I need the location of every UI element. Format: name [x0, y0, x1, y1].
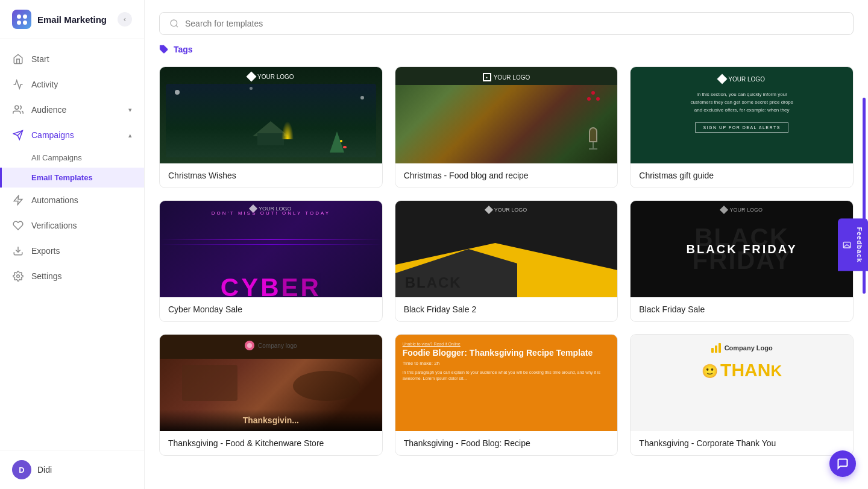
user-name: Didi [37, 465, 52, 475]
template-thumb-thanksgiving-blog: Unable to view? Read it Online Foodie Bl… [395, 335, 618, 431]
sidebar-nav: Start Activity Audience ▾ Campaigns ▴ [0, 39, 144, 450]
sidebar: Email Marketing ‹ Start Activity Audienc… [0, 0, 145, 489]
feedback-mail-icon [843, 241, 851, 249]
sidebar-item-label-settings: Settings [31, 271, 62, 281]
sidebar-subitem-all-campaigns[interactable]: All Campaigns [0, 148, 144, 168]
template-name-black-friday-2: Black Friday Sale 2 [395, 297, 618, 321]
chevron-down-icon: ▾ [128, 106, 132, 114]
template-thumb-thanksgiving-food: Company logo Thanksgivin... [160, 335, 382, 431]
sidebar-item-label-start: Start [31, 54, 49, 64]
feedback-button[interactable]: Feedback [838, 218, 868, 271]
automations-icon [12, 194, 24, 206]
search-bar [159, 12, 854, 35]
template-thumb-cyber-monday: YOUR LOGO DON'T MISS OUT! ONLY TODAY CYB… [160, 201, 382, 297]
template-grid: YOUR LOGO [159, 66, 854, 456]
main-content: Tags YOUR LOGO [145, 0, 868, 489]
template-card-thanksgiving-food[interactable]: Company logo Thanksgivin... Thanksgiving… [159, 334, 383, 456]
sidebar-item-settings[interactable]: Settings [0, 263, 144, 289]
template-thumb-christmas-wishes: YOUR LOGO [160, 67, 382, 163]
feedback-label: Feedback [856, 227, 863, 262]
verifications-icon [12, 219, 24, 232]
svg-line-6 [176, 25, 178, 27]
svg-point-0 [15, 106, 19, 109]
template-card-cyber-monday[interactable]: YOUR LOGO DON'T MISS OUT! ONLY TODAY CYB… [159, 200, 383, 322]
sidebar-item-automations[interactable]: Automations [0, 188, 144, 213]
home-icon [12, 53, 24, 65]
app-title: Email Marketing [37, 14, 107, 25]
activity-icon [12, 78, 24, 90]
template-thumb-christmas-gift: YOUR LOGO In this section, you can quick… [631, 67, 853, 163]
exports-icon [12, 245, 24, 257]
template-card-christmas-food[interactable]: ▪ YOUR LOGO [395, 66, 618, 188]
template-name-thanksgiving-food: Thanksgiving - Food & Kitchenware Store [160, 431, 382, 455]
sidebar-item-label-verifications: Verifications [31, 221, 77, 230]
sidebar-header: Email Marketing ‹ [0, 0, 144, 39]
template-card-black-friday-2[interactable]: YOUR LOGO BLACK Black Friday Sale 2 [395, 200, 618, 322]
sidebar-subitem-email-templates[interactable]: Email Templates [0, 168, 144, 188]
sidebar-item-label-audience: Audience [31, 105, 66, 115]
sidebar-subitem-label-email-templates: Email Templates [31, 173, 93, 182]
template-name-christmas-food: Christmas - Food blog and recipe [395, 163, 618, 188]
settings-icon [12, 270, 24, 282]
sidebar-item-label-automations: Automations [31, 195, 78, 205]
svg-point-4 [17, 275, 20, 278]
template-name-black-friday: Black Friday Sale [631, 297, 853, 321]
sidebar-subitem-label-all-campaigns: All Campaigns [31, 153, 82, 162]
template-card-thanksgiving-blog[interactable]: Unable to view? Read it Online Foodie Bl… [395, 334, 618, 456]
sidebar-item-label-exports: Exports [31, 246, 60, 256]
template-name-thanksgiving-corporate: Thanksgiving - Corporate Thank You [631, 431, 853, 455]
search-input[interactable] [185, 19, 843, 28]
template-name-thanksgiving-blog: Thanksgiving - Food Blog: Recipe [395, 431, 618, 455]
sidebar-collapse-button[interactable]: ‹ [118, 12, 132, 27]
sidebar-footer: D Didi [0, 450, 144, 489]
template-card-thanksgiving-corporate[interactable]: Company Logo 🙂 THANK Thanksgiving - Corp… [630, 334, 854, 456]
sidebar-item-audience[interactable]: Audience ▾ [0, 97, 144, 122]
sidebar-item-campaigns[interactable]: Campaigns ▴ [0, 122, 144, 148]
template-name-christmas-gift: Christmas gift guide [631, 163, 853, 188]
tags-label[interactable]: Tags [174, 45, 193, 54]
tag-icon [159, 45, 169, 54]
svg-point-5 [171, 20, 177, 27]
template-card-black-friday[interactable]: YOUR LOGO BLACKFRIDAY BLACK FRIDAY Black… [630, 200, 854, 322]
sidebar-item-exports[interactable]: Exports [0, 238, 144, 263]
sidebar-item-start[interactable]: Start [0, 46, 144, 72]
template-thumb-black-friday: YOUR LOGO BLACKFRIDAY BLACK FRIDAY [631, 201, 853, 297]
chat-icon [837, 458, 849, 470]
tags-row: Tags [159, 45, 854, 54]
template-name-christmas-wishes: Christmas Wishes [160, 163, 382, 188]
sidebar-item-label-activity: Activity [31, 80, 58, 89]
template-thumb-christmas-food: ▪ YOUR LOGO [395, 67, 618, 163]
app-logo [12, 10, 31, 29]
template-thumb-black-friday-2: YOUR LOGO BLACK [395, 201, 618, 297]
avatar: D [12, 460, 31, 479]
sidebar-item-label-campaigns: Campaigns [31, 130, 74, 140]
template-thumb-thanksgiving-corporate: Company Logo 🙂 THANK [631, 335, 853, 431]
template-card-christmas-gift[interactable]: YOUR LOGO In this section, you can quick… [630, 66, 854, 188]
sidebar-item-activity[interactable]: Activity [0, 72, 144, 97]
audience-icon [12, 104, 24, 116]
template-card-christmas-wishes[interactable]: YOUR LOGO [159, 66, 383, 188]
chevron-up-icon: ▴ [128, 131, 132, 139]
search-icon [169, 19, 179, 28]
sidebar-item-verifications[interactable]: Verifications [0, 213, 144, 238]
chat-button[interactable] [829, 450, 856, 477]
campaigns-icon [12, 129, 24, 141]
template-name-cyber-monday: Cyber Monday Sale [160, 297, 382, 321]
